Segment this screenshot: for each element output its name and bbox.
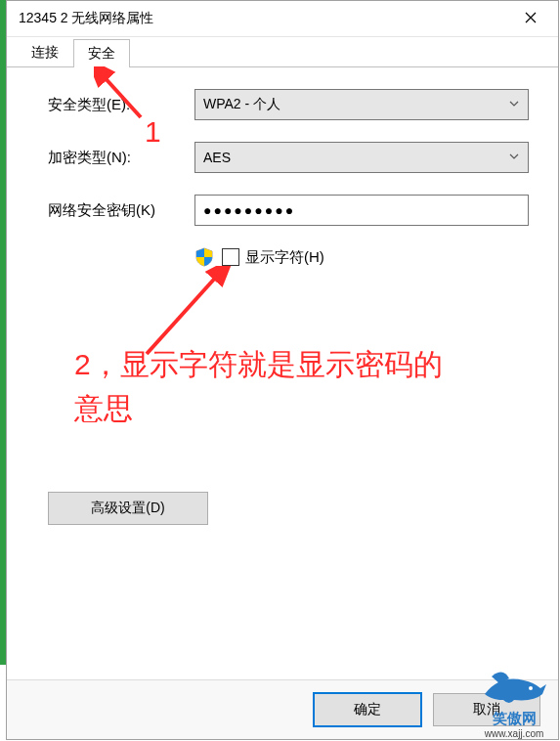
- tab-connect[interactable]: 连接: [17, 38, 73, 66]
- dropdown-security-type-value: WPA2 - 个人: [203, 96, 280, 113]
- watermark-url: www.xajj.com: [470, 728, 558, 739]
- dropdown-security-type[interactable]: WPA2 - 个人: [194, 89, 529, 120]
- ok-button-label: 确定: [354, 701, 381, 719]
- watermark-title: 笑傲网: [470, 710, 558, 728]
- tab-connect-label: 连接: [31, 44, 59, 62]
- screenshot: 12345 2 无线网络属性 连接 安全 安全类型(E): WPA2 - 个人: [0, 0, 560, 741]
- dropdown-encryption-type-value: AES: [203, 150, 231, 165]
- row-network-key: 网络安全密钥(K) ●●●●●●●●●: [48, 195, 529, 226]
- shark-icon: [470, 667, 558, 710]
- titlebar: 12345 2 无线网络属性: [7, 1, 558, 37]
- tabstrip: 连接 安全: [7, 37, 558, 67]
- tab-security[interactable]: 安全: [73, 39, 130, 67]
- watermark: 笑傲网 www.xajj.com: [470, 667, 558, 739]
- annotation-1-text: 1: [145, 115, 161, 149]
- window-close-button[interactable]: [511, 5, 550, 32]
- chevron-down-icon: [508, 97, 520, 112]
- uac-shield-icon: [194, 247, 214, 267]
- annotation-2-line2: 意思: [74, 386, 443, 430]
- label-show-characters: 显示字符(H): [245, 248, 324, 267]
- window-title: 12345 2 无线网络属性: [19, 10, 154, 27]
- dropdown-encryption-type[interactable]: AES: [194, 142, 529, 173]
- chevron-down-icon: [508, 150, 520, 165]
- svg-point-2: [529, 686, 533, 690]
- annotation-2-line1: 2，显示字符就是显示密码的: [74, 342, 443, 386]
- label-network-key: 网络安全密钥(K): [48, 201, 194, 220]
- tab-security-label: 安全: [88, 45, 115, 63]
- checkbox-show-characters[interactable]: [222, 248, 239, 266]
- advanced-settings-button[interactable]: 高级设置(D): [48, 492, 208, 525]
- advanced-settings-label: 高级设置(D): [91, 500, 164, 517]
- close-icon: [525, 10, 537, 27]
- label-encryption-type: 加密类型(N):: [48, 149, 194, 167]
- annotation-2-text: 2，显示字符就是显示密码的 意思: [74, 342, 443, 430]
- row-encryption-type: 加密类型(N): AES: [48, 142, 529, 173]
- ok-button[interactable]: 确定: [314, 693, 421, 726]
- input-network-key[interactable]: ●●●●●●●●●: [194, 195, 529, 226]
- input-network-key-value: ●●●●●●●●●: [203, 202, 295, 218]
- svg-line-0: [102, 74, 141, 117]
- row-show-characters: 显示字符(H): [194, 247, 529, 267]
